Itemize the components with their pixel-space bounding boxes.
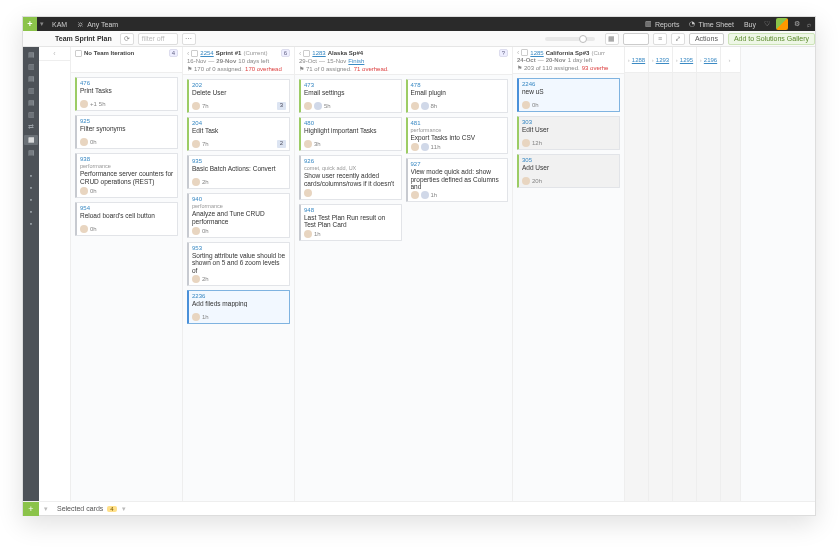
task-card[interactable]: 478Email plugin8h bbox=[406, 79, 509, 113]
task-card[interactable]: 204Edit Task7h2 bbox=[187, 117, 290, 151]
lane-id[interactable]: 1283 bbox=[312, 50, 325, 56]
view-grid-button[interactable]: ▦ bbox=[605, 33, 619, 45]
footer-add-button[interactable]: + bbox=[23, 502, 39, 516]
lane-collapsed-1[interactable]: ›1288 bbox=[625, 47, 649, 501]
app-logo[interactable] bbox=[776, 18, 788, 30]
rail-item-4[interactable]: ▥ bbox=[26, 87, 36, 95]
card-effort: 2h bbox=[202, 179, 209, 185]
task-card[interactable]: 940performanceAnalyze and Tune CRUD perf… bbox=[187, 193, 290, 238]
rail-folder-1[interactable]: ▪ bbox=[26, 171, 36, 179]
task-card[interactable]: 938performancePerformance server counter… bbox=[75, 153, 178, 198]
task-card[interactable]: 927View mode quick add: show properties … bbox=[406, 158, 509, 202]
view-disabled-button[interactable] bbox=[623, 33, 649, 45]
lane-name: Alaska Sp#4 bbox=[328, 50, 363, 56]
actions-label: Actions bbox=[695, 35, 718, 42]
collapse-left-icon[interactable]: ‹ bbox=[517, 49, 519, 56]
rail-item-2[interactable]: ▥ bbox=[26, 63, 36, 71]
lane-id[interactable]: 2254 bbox=[200, 50, 213, 56]
rail-item-6[interactable]: ▥ bbox=[26, 111, 36, 119]
task-card[interactable]: 935Basic Batch Actions: Convert2h bbox=[187, 155, 290, 189]
card-title: View mode quick add: show properties def… bbox=[411, 168, 505, 190]
rail-folder-2[interactable]: ▪ bbox=[26, 183, 36, 191]
card-id: 926 bbox=[304, 158, 398, 164]
nav-collapse-left[interactable]: ‹ bbox=[39, 47, 70, 61]
task-card[interactable]: 481performanceExport Tasks into CSV11h bbox=[406, 117, 509, 154]
avatar-icon bbox=[421, 191, 429, 199]
task-card[interactable]: 303Edit User12h bbox=[517, 116, 620, 150]
task-card[interactable]: 473Email settings5h bbox=[299, 79, 402, 113]
rail-item-7[interactable]: ⇄ bbox=[26, 123, 36, 131]
avatar-icon bbox=[304, 140, 312, 148]
rail-item-1[interactable]: ▤ bbox=[26, 51, 36, 59]
search-top-icon[interactable]: ⌕ bbox=[803, 21, 815, 28]
task-card[interactable]: 925Filter synonyms0h bbox=[75, 115, 178, 149]
view-list-button[interactable]: ≡ bbox=[653, 33, 667, 45]
filter-menu-button[interactable]: ⋯ bbox=[182, 33, 196, 45]
lane-collapsed-3[interactable]: ›1295 bbox=[673, 47, 697, 501]
card-title: Analyze and Tune CRUD performance bbox=[192, 210, 286, 226]
avatar-icon bbox=[192, 178, 200, 186]
global-add-chevron[interactable]: ▾ bbox=[37, 20, 47, 28]
footer-add-chevron[interactable]: ▾ bbox=[39, 505, 53, 513]
task-card[interactable]: 954Reload board's cell button0h bbox=[75, 202, 178, 236]
rail-item-3[interactable]: ▤ bbox=[26, 75, 36, 83]
avatar-icon bbox=[421, 143, 429, 151]
lane-check[interactable] bbox=[521, 49, 528, 56]
lane-collapsed-4[interactable]: ›2196 bbox=[697, 47, 721, 501]
card-effort: 2h bbox=[202, 276, 209, 282]
rail-item-8[interactable]: ▤ bbox=[26, 149, 36, 157]
selected-chevron[interactable]: ▾ bbox=[117, 505, 131, 513]
expand-button[interactable]: ⤢ bbox=[671, 33, 685, 45]
task-card[interactable]: 926comet, quick add, UXShow user recentl… bbox=[299, 155, 402, 200]
zoom-knob[interactable] bbox=[579, 35, 587, 43]
lane-collapsed-2[interactable]: ›1293 bbox=[649, 47, 673, 501]
favorite-icon[interactable]: ♡ bbox=[761, 20, 773, 28]
rail-item-5[interactable]: ▤ bbox=[26, 99, 36, 107]
task-card[interactable]: 476Print Tasks+15h bbox=[75, 77, 178, 111]
reports-label: Reports bbox=[655, 21, 680, 28]
task-card[interactable]: 953Sorting attribute value should be sho… bbox=[187, 242, 290, 286]
lane-collapsed-end[interactable]: › bbox=[721, 47, 741, 501]
card-title: new uS bbox=[522, 88, 616, 96]
lane-header-no-team[interactable]: No Team Iteration 4 bbox=[71, 47, 182, 73]
lane-header-sprint1[interactable]: ‹ 2254 Sprint #1 (Current) 6 16-Nov — 29… bbox=[183, 47, 294, 75]
lane-header-california[interactable]: ‹ 1285 California Sp#3 (Curr 24-Oct — 20… bbox=[513, 47, 624, 74]
workspace-selector[interactable]: KAM bbox=[47, 21, 72, 28]
rail-folder-3[interactable]: ▪ bbox=[26, 195, 36, 203]
avatar-icon bbox=[80, 187, 88, 195]
task-card[interactable]: 2246new uS0h bbox=[517, 78, 620, 112]
buy-link[interactable]: Buy bbox=[739, 21, 761, 28]
card-id: 478 bbox=[411, 82, 505, 88]
card-effort: 11h bbox=[431, 144, 441, 150]
zoom-slider[interactable] bbox=[545, 37, 595, 41]
task-card[interactable]: 305Add User20h bbox=[517, 154, 620, 188]
lane-check[interactable] bbox=[191, 50, 198, 57]
global-add-button[interactable]: + bbox=[23, 17, 37, 31]
add-gallery-button[interactable]: Add to Solutions Gallery bbox=[728, 33, 815, 45]
lane-check[interactable] bbox=[303, 50, 310, 57]
refresh-button[interactable]: ⟳ bbox=[120, 33, 134, 45]
task-card[interactable]: 948Last Test Plan Run result on Test Pla… bbox=[299, 204, 402, 242]
actions-button[interactable]: Actions bbox=[689, 33, 724, 45]
card-title: Delete User bbox=[192, 89, 286, 97]
rail-folder-4[interactable]: ▪ bbox=[26, 207, 36, 215]
rail-item-active[interactable]: ▦ bbox=[24, 135, 38, 145]
team-selector[interactable]: ⛭ Any Team bbox=[72, 21, 123, 28]
collapse-left-icon[interactable]: ‹ bbox=[187, 50, 189, 57]
lane-id[interactable]: 1285 bbox=[530, 50, 543, 56]
task-card[interactable]: 480Highlight important Tasks3h bbox=[299, 117, 402, 151]
card-effort: 0h bbox=[202, 228, 209, 234]
lane-header-alaska[interactable]: ‹ 1283 Alaska Sp#4 ? 29-Oct — 15-Nov Fin… bbox=[295, 47, 512, 75]
finish-link[interactable]: Finish bbox=[348, 58, 364, 64]
card-id: 953 bbox=[192, 245, 286, 251]
collapse-left-icon[interactable]: ‹ bbox=[299, 50, 301, 57]
rail-folder-5[interactable]: ▪ bbox=[26, 219, 36, 227]
timesheet-link[interactable]: ◔ Time Sheet bbox=[684, 20, 739, 28]
days-left: 10 days left bbox=[238, 58, 269, 64]
reports-link[interactable]: ▥ Reports bbox=[640, 20, 685, 28]
task-card[interactable]: 2236Add fileds mapping1h bbox=[187, 290, 290, 324]
lane-check[interactable] bbox=[75, 50, 82, 57]
settings-icon[interactable]: ⚙ bbox=[791, 20, 803, 28]
task-card[interactable]: 202Delete User7h3 bbox=[187, 79, 290, 113]
filter-input[interactable]: filter off bbox=[138, 33, 178, 45]
